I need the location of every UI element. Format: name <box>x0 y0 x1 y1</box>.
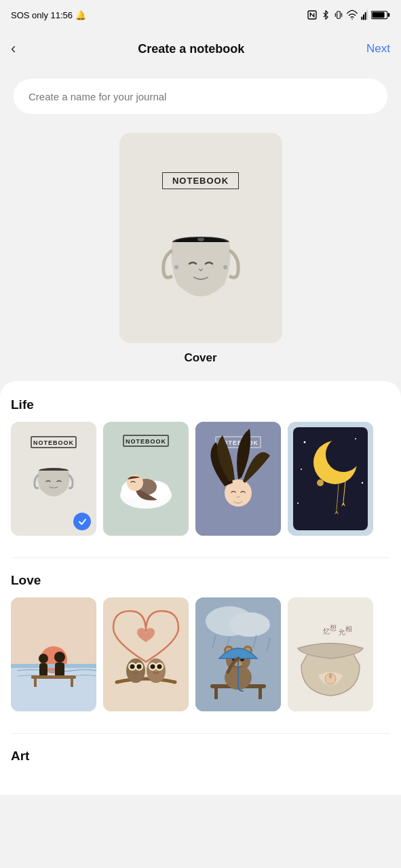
life-cover-3[interactable]: NOTEBOOK <box>195 422 281 536</box>
status-bar: SOS only 11:56 🔔 <box>0 0 401 30</box>
life-cover-2[interactable]: NOTEBOOK <box>103 422 189 536</box>
page-title: Create a notebook <box>21 42 361 56</box>
header: ‹ Create a notebook Next <box>0 30 401 68</box>
svg-point-50 <box>39 654 48 663</box>
bluetooth-icon <box>321 9 330 20</box>
svg-point-2 <box>351 18 353 20</box>
status-left: SOS only 11:56 🔔 <box>11 10 86 20</box>
svg-rect-5 <box>365 12 366 20</box>
svg-text:忆: 忆 <box>322 627 330 635</box>
svg-rect-54 <box>31 675 76 679</box>
svg-point-14 <box>223 265 227 269</box>
love-thumb-3-illustration <box>195 597 281 711</box>
svg-rect-9 <box>372 12 384 18</box>
svg-point-66 <box>151 665 155 669</box>
svg-rect-1 <box>337 12 341 19</box>
love-art-divider <box>11 733 390 734</box>
love-cover-3[interactable] <box>195 597 281 711</box>
svg-rect-76 <box>214 688 218 699</box>
svg-point-67 <box>157 665 162 669</box>
name-input-section <box>0 68 401 119</box>
svg-point-43 <box>297 502 299 504</box>
svg-text:NOTEBOOK: NOTEBOOK <box>33 439 74 446</box>
svg-rect-57 <box>103 597 189 711</box>
svg-point-13 <box>174 265 178 269</box>
svg-rect-4 <box>363 14 364 20</box>
love-cover-4[interactable]: 允 相 想 忆 <box>288 597 373 711</box>
svg-point-61 <box>130 665 135 669</box>
love-cover-1[interactable] <box>11 597 96 711</box>
wifi-icon <box>347 9 358 20</box>
cover-preview-area: NOTEBOOK <box>0 119 401 381</box>
svg-point-63 <box>147 658 166 683</box>
svg-rect-77 <box>259 688 262 699</box>
love-cover-grid: 允 相 想 忆 <box>11 597 390 714</box>
vibrate-icon <box>334 9 343 20</box>
love-thumb-1-illustration <box>11 597 96 711</box>
status-right <box>307 9 390 20</box>
bottom-sheet: Life NOTEBOOK <box>0 381 401 795</box>
status-text: SOS only 11:56 <box>11 10 73 20</box>
svg-point-44 <box>301 469 302 470</box>
section-title-love: Love <box>11 573 390 588</box>
cover-face-cup-illustration <box>157 196 245 304</box>
svg-rect-8 <box>388 13 390 17</box>
svg-text:NOTEBOOK: NOTEBOOK <box>126 438 166 445</box>
svg-rect-49 <box>11 664 96 668</box>
svg-point-35 <box>317 479 324 486</box>
svg-point-34 <box>326 437 361 472</box>
nfc-icon <box>307 9 318 20</box>
bell-icon: 🔔 <box>75 10 86 20</box>
svg-rect-56 <box>71 679 73 687</box>
life-love-divider <box>11 557 390 558</box>
selected-check-badge <box>73 513 91 530</box>
check-icon <box>77 517 88 527</box>
svg-rect-53 <box>55 663 64 677</box>
svg-rect-3 <box>361 17 362 20</box>
love-thumb-4-illustration: 允 相 想 忆 <box>288 597 373 711</box>
svg-point-62 <box>137 665 142 669</box>
signal-icon <box>361 9 368 20</box>
notebook-label: NOTEBOOK <box>162 172 239 189</box>
life-cover-grid: NOTEBOOK NOTEBOOK <box>11 422 390 538</box>
life-cover-4[interactable] <box>288 422 373 536</box>
svg-text:相: 相 <box>345 625 353 633</box>
svg-point-52 <box>54 652 65 663</box>
section-title-art: Art <box>11 749 390 764</box>
cover-preview-card: NOTEBOOK <box>119 133 282 343</box>
back-button[interactable]: ‹ <box>11 37 21 60</box>
svg-rect-6 <box>366 9 368 20</box>
svg-point-70 <box>229 612 270 637</box>
journal-name-input[interactable] <box>14 79 387 114</box>
svg-text:允: 允 <box>338 628 345 636</box>
life-thumb-4-illustration <box>288 422 373 536</box>
love-thumb-2-illustration <box>103 597 189 711</box>
love-cover-2[interactable] <box>103 597 189 711</box>
svg-point-42 <box>362 482 363 484</box>
cover-label: Cover <box>184 351 216 365</box>
life-cover-1[interactable]: NOTEBOOK <box>11 422 96 536</box>
svg-point-41 <box>355 438 356 439</box>
section-title-life: Life <box>11 397 390 412</box>
life-thumb-2-illustration: NOTEBOOK <box>103 422 189 536</box>
battery-icon <box>371 9 390 20</box>
svg-rect-55 <box>34 679 37 687</box>
svg-point-58 <box>126 658 145 683</box>
svg-point-40 <box>304 441 306 443</box>
svg-rect-51 <box>39 663 47 677</box>
life-thumb-3-illustration: NOTEBOOK <box>195 422 281 536</box>
next-button[interactable]: Next <box>361 39 390 58</box>
